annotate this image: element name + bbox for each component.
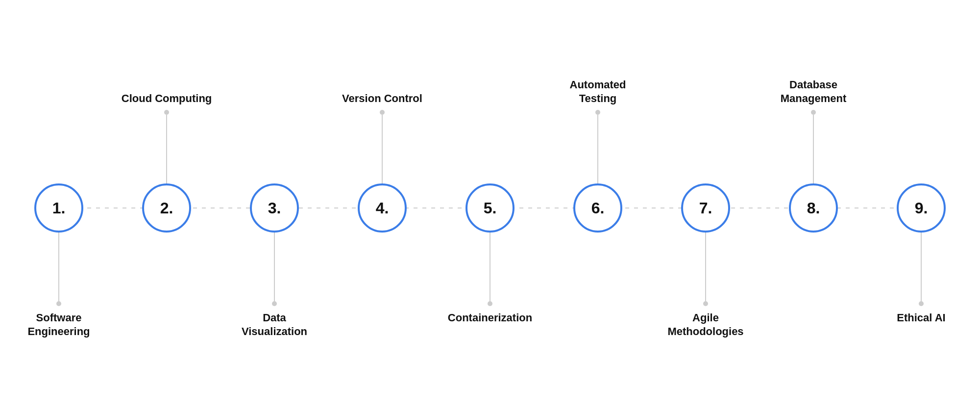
- node-9-number: 9.: [915, 199, 928, 217]
- node-6-line-up: [597, 115, 598, 183]
- node-2-label: Cloud Computing: [122, 92, 212, 105]
- node-5: 5. Containerization: [466, 183, 514, 233]
- timeline-wrapper: 1. SoftwareEngineering Cloud Computing 2…: [34, 36, 946, 380]
- node-4: Version Control 4.: [358, 183, 407, 233]
- nodes-row: 1. SoftwareEngineering Cloud Computing 2…: [34, 183, 946, 233]
- node-1: 1. SoftwareEngineering: [34, 183, 83, 233]
- node-1-circle: 1.: [34, 183, 83, 233]
- node-6-label: AutomatedTesting: [549, 78, 647, 105]
- node-9-dot-bottom: [919, 301, 924, 306]
- node-8-dot-top: [811, 110, 816, 115]
- node-7-circle: 7.: [681, 183, 730, 233]
- timeline-container: 1. SoftwareEngineering Cloud Computing 2…: [34, 36, 946, 380]
- node-6-dot-top: [595, 110, 600, 115]
- node-2-circle: 2.: [142, 183, 191, 233]
- node-7-line-down: [705, 233, 706, 301]
- node-3-circle: 3.: [250, 183, 299, 233]
- node-8-line-up: [813, 115, 814, 183]
- node-1-line-down: [58, 233, 59, 301]
- node-9-line-down: [921, 233, 922, 301]
- node-3: 3. DataVisualization: [250, 183, 299, 233]
- node-9-circle: 9.: [897, 183, 946, 233]
- node-9-label: Ethical AI: [897, 311, 945, 325]
- node-7: 7. AgileMethodologies: [681, 183, 730, 233]
- node-1-number: 1.: [52, 199, 66, 217]
- node-7-label: AgileMethodologies: [649, 311, 762, 338]
- node-4-number: 4.: [376, 199, 389, 217]
- node-2-number: 2.: [160, 199, 173, 217]
- node-2-dot-top: [164, 110, 169, 115]
- node-3-dot-bottom: [272, 301, 277, 306]
- node-4-circle: 4.: [358, 183, 407, 233]
- node-6-number: 6.: [591, 199, 605, 217]
- node-2: Cloud Computing 2.: [142, 183, 191, 233]
- node-8-number: 8.: [807, 199, 820, 217]
- node-4-line-up: [382, 115, 383, 183]
- node-8-label: DatabaseManagement: [757, 78, 870, 105]
- node-1-dot-bottom: [56, 301, 61, 306]
- node-9: 9. Ethical AI: [897, 183, 946, 233]
- node-8: DatabaseManagement 8.: [789, 183, 838, 233]
- node-5-line-down: [490, 233, 490, 301]
- node-6-circle: 6.: [573, 183, 622, 233]
- node-6: AutomatedTesting 6.: [573, 183, 622, 233]
- node-4-label: Version Control: [342, 92, 422, 105]
- node-5-circle: 5.: [466, 183, 514, 233]
- node-5-number: 5.: [484, 199, 497, 217]
- node-5-dot-bottom: [488, 301, 492, 306]
- node-1-label: SoftwareEngineering: [27, 311, 90, 338]
- node-3-line-down: [274, 233, 275, 301]
- node-3-label: DataVisualization: [242, 311, 307, 338]
- node-3-number: 3.: [268, 199, 281, 217]
- node-7-number: 7.: [699, 199, 712, 217]
- node-8-circle: 8.: [789, 183, 838, 233]
- node-4-dot-top: [380, 110, 385, 115]
- node-7-dot-bottom: [703, 301, 708, 306]
- node-5-label: Containerization: [448, 311, 532, 325]
- node-2-line-up: [166, 115, 167, 183]
